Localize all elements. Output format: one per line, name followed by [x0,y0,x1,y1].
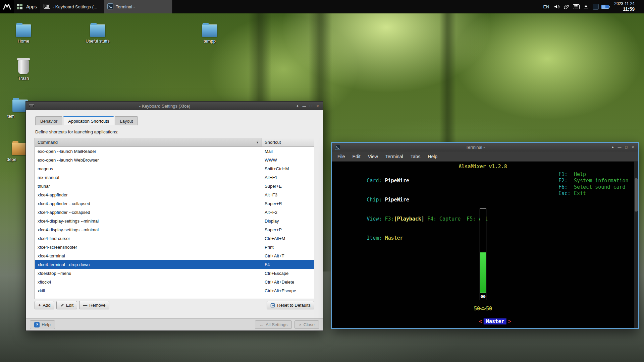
taskbar-button-keyboard-settings[interactable]: - Keyboard Settings (... [40,0,104,13]
command-cell: exo-open --launch WebBrowser [35,158,262,163]
terminal-menubar: FileEditViewTerminalTabsHelp [332,152,638,162]
shortcut-cell: Super+E [262,184,314,189]
apps-icon[interactable] [14,0,25,13]
command-cell: xfce4-find-cursor [35,236,262,241]
battery-icon[interactable] [601,0,610,13]
menu-edit[interactable]: Edit [349,152,364,162]
command-cell: xfce4-appfinder --collapsed [35,210,262,215]
table-row[interactable]: xfce4-terminal --drop-downF4 [35,260,314,269]
clock[interactable]: 2023-11-24 11:59 [614,1,635,12]
all-settings-button[interactable]: ← All Settings [255,320,292,329]
desktop-icon-useful-stuffs[interactable]: Useful stuffs [81,24,114,44]
desktop-icon-trash[interactable]: Trash [7,60,40,81]
desktop-icon-home[interactable]: Home [7,24,40,44]
desktop-icon-label: Trash [7,76,40,81]
volume-value: 00 [480,293,486,300]
shortcut-cell: Mail [262,149,314,154]
desktop-icon-label: Home [7,39,40,44]
volume-icon[interactable] [552,0,562,13]
eject-icon[interactable] [581,0,591,13]
table-row[interactable]: xfdesktop --menuCtrl+Escape [35,269,314,278]
apps-label[interactable]: Apps [26,4,37,9]
maximize-button[interactable]: □ [308,102,314,110]
table-row[interactable]: xfce4-appfinder --collapsedSuper+R [35,199,314,208]
shortcut-cell: Ctrl+Alt+M [262,236,314,241]
pencil-icon [60,303,64,307]
desktop-icon-label: tempp [193,39,226,44]
terminal-titlebar[interactable]: Terminal - ▲ — □ × [332,143,638,152]
taskbar-button-terminal[interactable]: Terminal - [104,0,173,13]
card-label: Card: [367,178,382,184]
table-row[interactable]: xfce4-terminalCtrl+Alt+T [35,251,314,260]
close-label: Close [304,322,315,327]
table-row[interactable]: thunarSuper+E [35,182,314,190]
menu-tabs[interactable]: Tabs [407,152,424,162]
keyboard-layout-icon[interactable] [572,0,581,13]
desktop-icon-tempp[interactable]: tempp [193,24,226,44]
tray-app-icon[interactable] [591,0,601,13]
reset-label: Reset to Defaults [277,303,311,308]
table-row[interactable]: xfce4-appfinder --collapsedAlt+F2 [35,208,314,217]
shortcut-cell: Ctrl+Alt+Escape [262,288,314,293]
window-terminal-icon [334,145,341,150]
tab-bar: Behavior Application Shortcuts Layout [35,116,314,125]
command-cell: thunar [35,184,262,189]
tab-behavior[interactable]: Behavior [35,116,62,125]
minimize-button[interactable]: — [616,143,623,152]
edit-button[interactable]: Edit [56,301,77,309]
maximize-button[interactable]: □ [623,143,630,152]
help-button[interactable]: ? Help [30,320,55,329]
clipboard-icon[interactable] [562,0,572,13]
minimize-button[interactable]: — [301,102,308,110]
remove-label: Remove [89,303,105,308]
all-settings-label: All Settings [266,322,287,327]
add-button[interactable]: + Add [35,301,54,309]
table-row[interactable]: xfce4-appfinderAlt+F3 [35,190,314,199]
language-indicator[interactable]: EN [543,4,549,9]
shortcut-cell: Shift+Ctrl+M [262,166,314,171]
alsa-help-line: F6:Select sound card [558,184,629,190]
table-row[interactable]: exo-open --launch MailReaderMail [35,147,314,156]
scrollbar-thumb[interactable] [635,178,638,212]
close-button[interactable]: × [314,102,321,110]
volume-bar[interactable]: 00 [480,208,486,300]
table-row[interactable]: xkillCtrl+Alt+Escape [35,286,314,295]
channel-right-arrow: > [508,318,511,324]
keyboard-settings-titlebar[interactable]: - Keyboard Settings (Xfce) ▲ — □ × [26,102,323,110]
table-row[interactable]: xflock4Ctrl+Alt+Delete [35,278,314,286]
close-button[interactable]: × [630,143,636,152]
tab-layout[interactable]: Layout [115,116,138,125]
terminal-scrollbar[interactable] [634,162,638,328]
table-row[interactable]: xfce4-find-cursorCtrl+Alt+M [35,234,314,243]
tab-application-shortcuts[interactable]: Application Shortcuts [63,116,114,125]
reset-to-defaults-button[interactable]: Reset to Defaults [267,301,314,309]
close-dialog-button[interactable]: × Close [294,320,319,329]
command-cell: xfce4-terminal --drop-down [35,262,262,267]
menu-terminal[interactable]: Terminal [382,152,407,162]
table-row[interactable]: xfce4-display-settings --minimalDisplay [35,217,314,225]
command-cell: xfce4-terminal [35,253,262,258]
table-row[interactable]: exo-open --launch WebBrowserWWW [35,156,314,164]
view-f3: F3: [385,216,394,222]
shade-button[interactable]: ▲ [294,102,301,110]
table-row[interactable]: magnusShift+Ctrl+M [35,164,314,173]
table-row[interactable]: xfce4-screenshooterPrint [35,243,314,251]
menu-help[interactable]: Help [424,152,441,162]
taskbar-label: - Keyboard Settings (... [53,4,97,9]
terminal-content: AlsaMixer v1.2.8 Card:PipeWire Chip:Pipe… [332,162,638,328]
command-cell: exo-open --launch MailReader [35,149,262,154]
table-row[interactable]: mx-manualAlt+F1 [35,173,314,182]
shortcut-cell: Ctrl+Escape [262,271,314,276]
column-header-shortcut[interactable]: Shortcut [262,138,314,146]
column-header-command[interactable]: Command ▼ [35,138,262,146]
shortcuts-description: Define shortcuts for launching applicati… [35,129,314,134]
table-row[interactable]: xfce4-display-settings --minimalSuper+P [35,225,314,234]
remove-button[interactable]: — Remove [79,301,109,309]
menu-view[interactable]: View [364,152,382,162]
menu-file[interactable]: File [334,152,349,162]
help-label: Help [42,322,51,327]
trash-icon [18,60,29,74]
whisker-menu-button[interactable] [0,0,14,13]
shade-button[interactable]: ▲ [609,143,616,152]
folder-icon [202,24,217,37]
